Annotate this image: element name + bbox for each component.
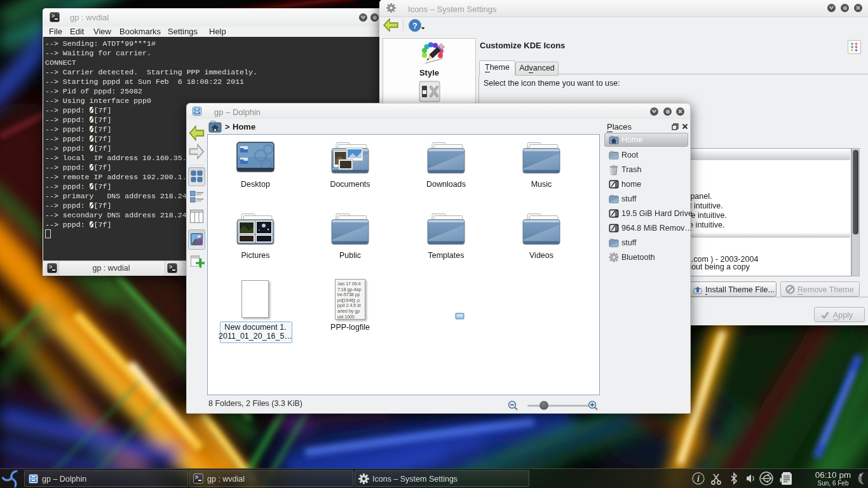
svg-text:i: i (697, 474, 700, 484)
svg-text:?: ? (412, 21, 417, 30)
